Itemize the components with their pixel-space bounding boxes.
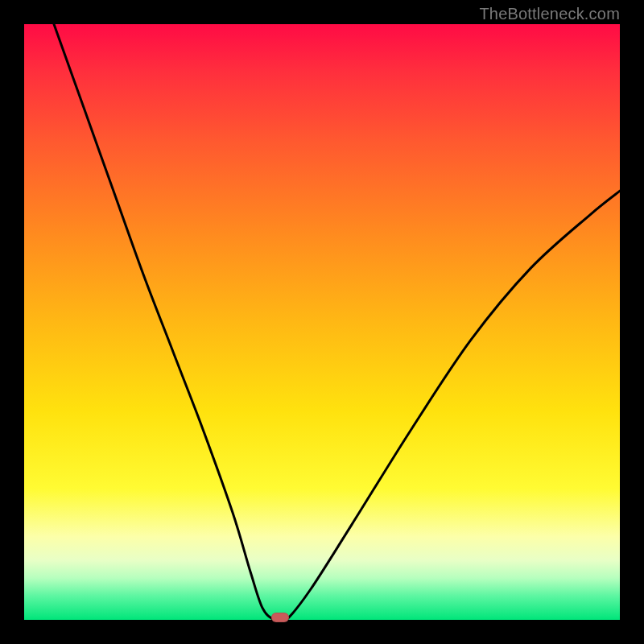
- plot-area: [24, 24, 620, 620]
- bottleneck-curve: [24, 24, 620, 620]
- curve-path: [54, 24, 620, 620]
- watermark-text: TheBottleneck.com: [479, 5, 620, 23]
- optimum-marker: [271, 613, 289, 622]
- chart-frame: TheBottleneck.com: [0, 0, 644, 644]
